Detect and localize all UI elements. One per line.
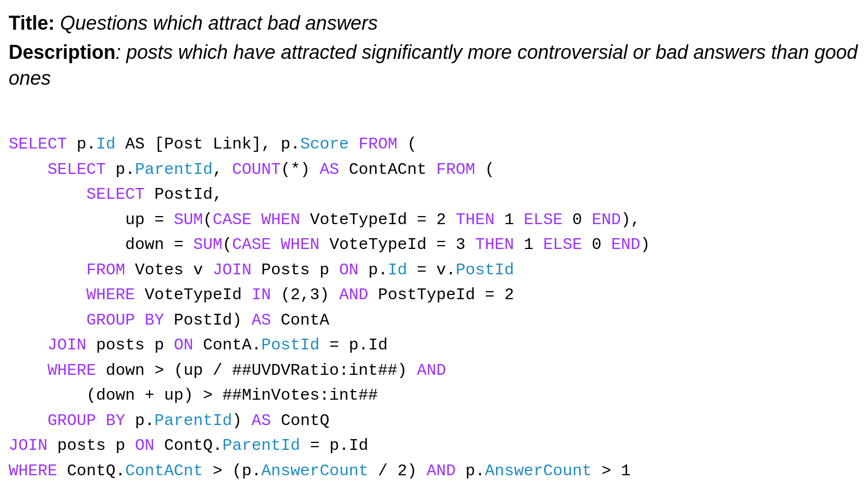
header-section: Title: Questions which attract bad answe… (9, 11, 859, 92)
title-label: Title: (9, 12, 55, 34)
description-label: Description (9, 41, 116, 63)
description-value: : posts which have attracted significant… (9, 41, 858, 90)
title-line: Title: Questions which attract bad answe… (9, 11, 859, 36)
title-value: Questions which attract bad answers (55, 12, 377, 34)
sql-code-block: SELECT p.Id AS [Post Link], p.Score FROM… (9, 107, 859, 485)
description-line: Description: posts which have attracted … (9, 39, 859, 92)
